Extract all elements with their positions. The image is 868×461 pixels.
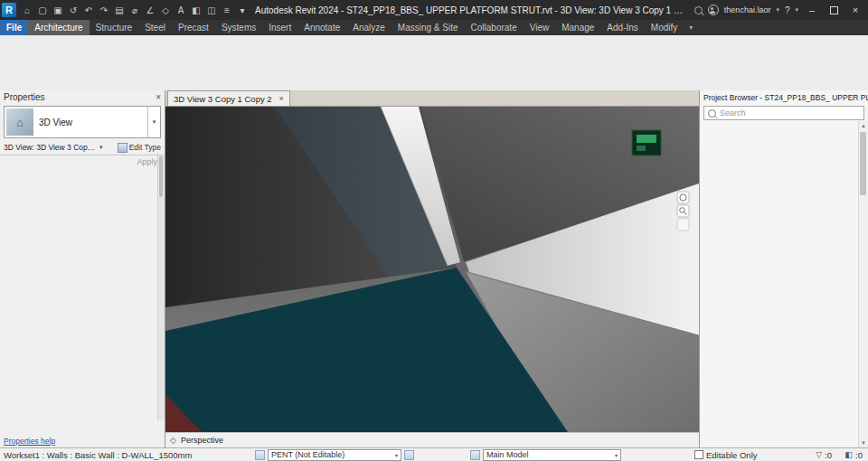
edit-type-button[interactable]: Edit Type: [118, 143, 161, 153]
maximize-button[interactable]: [826, 3, 842, 17]
view-tab-close-icon[interactable]: ×: [279, 94, 284, 103]
ribbon-tab-precast[interactable]: Precast: [172, 20, 215, 35]
ribbon-tab-massing-site[interactable]: Massing & Site: [392, 20, 465, 35]
editable-only-group: Editable Only: [694, 448, 758, 461]
type-selector-value: 3D View: [35, 107, 147, 137]
undo-icon[interactable]: ↶: [81, 3, 96, 17]
search-icon[interactable]: [694, 6, 703, 14]
apply-button[interactable]: Apply: [137, 157, 157, 166]
selection-group: ◧ :0: [845, 448, 863, 461]
open-icon[interactable]: ▢: [35, 3, 50, 17]
maximize-icon: [830, 6, 838, 14]
ribbon-tab-add-ins[interactable]: Add-Ins: [600, 20, 644, 35]
active-workset-dropdown[interactable]: PENT (Not Editable) ▾: [268, 449, 401, 461]
type-selector-caret-icon[interactable]: ▾: [147, 107, 160, 137]
edit-type-label: Edit Type: [129, 143, 161, 152]
workset-status-icon[interactable]: [404, 450, 414, 460]
view-thumbnail: ⌂: [6, 108, 33, 136]
user-menu-caret-icon[interactable]: ▾: [776, 6, 779, 14]
project-browser-search[interactable]: Search: [703, 106, 864, 120]
project-browser-scrollbar[interactable]: ▲ ▼: [858, 121, 868, 447]
properties-close-icon[interactable]: ×: [156, 92, 161, 102]
thin-lines-icon[interactable]: ≡: [220, 3, 234, 17]
properties-title: Properties: [4, 92, 45, 102]
view-tab[interactable]: 3D View 3 Copy 1 Copy 2 ×: [167, 90, 290, 106]
selection-count: :0: [855, 450, 863, 460]
ribbon-tab-modify[interactable]: Modify: [645, 20, 684, 35]
text-icon[interactable]: A: [174, 3, 188, 17]
title-bar: R ⌂▢▣↺↶↷▤⌀∠◇A◧◫≡▾ Autodesk Revit 2024 - …: [0, 0, 868, 20]
tag-icon[interactable]: ◇: [158, 3, 173, 17]
revit-logo[interactable]: R: [2, 3, 16, 17]
minimize-button[interactable]: –: [804, 3, 820, 17]
title-bar-right: thenchai.laor ▾ ? ▾ – ×: [694, 3, 868, 17]
design-option-dropdown[interactable]: Main Model ▾: [483, 449, 621, 461]
aligned-dimension-icon[interactable]: ∠: [143, 3, 157, 17]
filter-group: ▽ :0: [816, 448, 832, 461]
help-menu-caret-icon[interactable]: ▾: [795, 6, 798, 14]
worksets-icon[interactable]: [255, 450, 265, 460]
measure-icon[interactable]: ⌀: [127, 3, 142, 17]
minimize-ribbon-icon[interactable]: ▾: [689, 20, 693, 35]
perspective-icon[interactable]: ◇: [170, 436, 176, 445]
status-bar: Workset1 : Walls : Basic Wall : D-WALL_1…: [0, 447, 868, 461]
project-browser-header: Project Browser - ST24_PP18_BBS_ UPPER P…: [700, 90, 868, 105]
3d-canvas[interactable]: [165, 107, 699, 432]
ribbon-tab-structure[interactable]: Structure: [90, 20, 139, 35]
scroll-up-icon[interactable]: ▲: [859, 121, 868, 130]
search-icon: [708, 109, 716, 118]
qat-customize-icon[interactable]: ▾: [235, 3, 250, 17]
user-icon: [708, 5, 719, 15]
perspective-label[interactable]: Perspective: [181, 436, 223, 445]
navigation-bar[interactable]: [677, 192, 689, 230]
zoom-icon[interactable]: [677, 205, 689, 217]
ribbon-tab-architecture[interactable]: Architecture: [28, 20, 89, 35]
view-control-bar: ◇ Perspective: [165, 432, 699, 447]
help-button[interactable]: ?: [785, 5, 790, 15]
scrollbar-thumb[interactable]: [159, 155, 163, 197]
ribbon-tab-analyze[interactable]: Analyze: [346, 20, 392, 35]
filter-icon[interactable]: ▽: [816, 450, 822, 459]
design-options-icon[interactable]: [470, 450, 480, 460]
ribbon-panels: [0, 35, 868, 91]
workset-value: PENT (Not Editable): [271, 450, 392, 459]
nav-more-icon[interactable]: [677, 219, 689, 230]
ribbon-tab-view[interactable]: View: [524, 20, 556, 35]
project-browser-title: Project Browser - ST24_PP18_BBS_ UPPER P…: [703, 93, 868, 102]
design-option-caret-icon: ▾: [615, 452, 618, 458]
scrollbar-thumb[interactable]: [860, 132, 866, 195]
ribbon-tab-file[interactable]: File: [0, 20, 28, 35]
redo-icon[interactable]: ↷: [97, 3, 111, 17]
sync-icon[interactable]: ↺: [66, 3, 80, 17]
save-icon[interactable]: ▣: [51, 3, 65, 17]
revit-window: R ⌂▢▣↺↶↷▤⌀∠◇A◧◫≡▾ Autodesk Revit 2024 - …: [0, 0, 868, 461]
steering-wheel-icon[interactable]: [677, 192, 689, 203]
workset-caret-icon: ▾: [395, 452, 398, 458]
editable-only-checkbox[interactable]: [694, 450, 703, 459]
properties-header: Properties ×: [0, 90, 165, 104]
username[interactable]: thenchai.laor: [724, 5, 771, 14]
instance-selector-caret-icon[interactable]: ▾: [99, 144, 103, 151]
drawing-area[interactable]: [165, 107, 699, 432]
instance-selector-value[interactable]: 3D View: 3D View 3 Copy 1 Copy 2: [4, 143, 98, 152]
ribbon-tab-collaborate[interactable]: Collaborate: [465, 20, 524, 35]
properties-scrollbar[interactable]: [157, 154, 165, 420]
ribbon-tab-manage[interactable]: Manage: [555, 20, 600, 35]
default-3d-view-icon[interactable]: ◧: [189, 3, 203, 17]
properties-help-link[interactable]: Properties help: [4, 437, 55, 446]
print-icon[interactable]: ▤: [112, 3, 127, 17]
selection-filter-icon[interactable]: ◧: [845, 450, 854, 459]
type-selector[interactable]: ⌂ 3D View ▾: [4, 106, 161, 138]
ribbon-tab-steel[interactable]: Steel: [138, 20, 172, 35]
home-icon[interactable]: ⌂: [20, 3, 34, 17]
ribbon-tab-bar: FileArchitectureStructureSteelPrecastSys…: [0, 20, 868, 35]
section-icon[interactable]: ◫: [204, 3, 219, 17]
ribbon-tab-systems[interactable]: Systems: [215, 20, 262, 35]
project-browser-tree: [700, 121, 859, 447]
ribbon-tab-insert[interactable]: Insert: [262, 20, 297, 35]
status-text: Workset1 : Walls : Basic Wall : D-WALL_1…: [4, 450, 192, 460]
window-title: Autodesk Revit 2024 - ST24_PP18_BBS_ UPP…: [250, 5, 694, 15]
scroll-down-icon[interactable]: ▼: [859, 438, 868, 447]
ribbon-tab-annotate[interactable]: Annotate: [297, 20, 346, 35]
close-button[interactable]: ×: [847, 3, 863, 17]
